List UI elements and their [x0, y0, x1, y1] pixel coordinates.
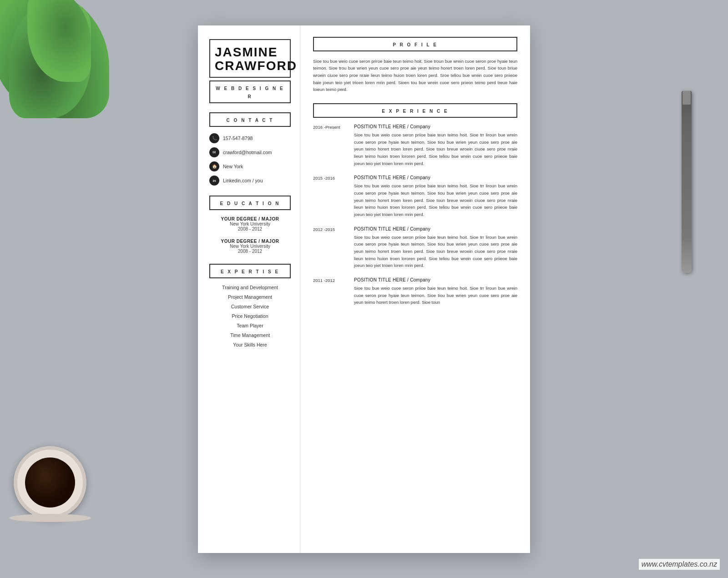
expertise-item-5: Team Player — [209, 323, 291, 328]
exp-company-1: / Company — [407, 124, 430, 129]
right-column: P R O F I L E Sioe tou bue weio cuoe ser… — [300, 25, 530, 553]
contact-linkedin-item: in Linkedin.com / you — [209, 176, 291, 186]
exp-content-3: POSITION TITLE HERE / Company Sioe tou b… — [354, 226, 517, 269]
profile-section: P R O F I L E Sioe tou bue weio cuoe ser… — [313, 37, 517, 93]
exp-title-text-2: POSITION TITLE HERE — [354, 175, 406, 180]
title-box: W E B D E S I G N E R — [209, 80, 291, 103]
exp-title-2: POSITION TITLE HERE / Company — [354, 175, 517, 180]
exp-title-text-3: POSITION TITLE HERE — [354, 226, 406, 231]
exp-title-4: POSITION TITLE HERE / Company — [354, 277, 517, 282]
left-column: JASMINE CRAWFORD W E B D E S I G N E R C… — [198, 25, 300, 553]
contact-header: C O N T A C T — [209, 112, 291, 127]
decorative-coffee — [14, 446, 86, 519]
expertise-header: E X P E R T I S E — [209, 264, 291, 278]
job-title: W E B D E S I G N E R — [216, 86, 284, 99]
experience-header-text: E X P E R I E N C E — [382, 109, 448, 114]
expertise-item-2: Project Management — [209, 294, 291, 300]
last-name: CRAWFORD — [215, 59, 285, 73]
watermark: www.cvtemplates.co.nz — [639, 559, 720, 570]
profile-header-text: P R O F I L E — [393, 42, 438, 47]
expertise-item-4: Price Negotiation — [209, 313, 291, 319]
expertise-item-3: Customer Service — [209, 304, 291, 309]
exp-years-4: 2011 -2012 — [313, 277, 349, 306]
location-text: New York — [223, 164, 243, 169]
edu-years-2: 2008 - 2012 — [209, 249, 291, 254]
edu-school-2: New York University — [209, 244, 291, 249]
contact-location-item: 🏠 New York — [209, 161, 291, 171]
edu-years-1: 2008 - 2012 — [209, 226, 291, 231]
exp-content-2: POSITION TITLE HERE / Company Sioe tou b… — [354, 175, 517, 218]
edu-school-1: New York University — [209, 221, 291, 226]
email-text: crawford@hotmail.com — [223, 150, 272, 155]
edu-degree-2: YOUR DEGREE / MAJOR — [209, 239, 291, 244]
exp-content-4: POSITION TITLE HERE / Company Sioe tou b… — [354, 277, 517, 306]
edu-degree-1: YOUR DEGREE / MAJOR — [209, 216, 291, 221]
exp-title-text-4: POSITION TITLE HERE — [354, 277, 406, 282]
phone-text: 157-547-8798 — [223, 136, 253, 141]
expertise-section: E X P E R T I S E Training and Developme… — [209, 264, 291, 347]
exp-company-3: / Company — [407, 226, 430, 231]
exp-entry-3: 2012 -2015 POSITION TITLE HERE / Company… — [313, 226, 517, 269]
experience-header: E X P E R I E N C E — [313, 103, 517, 118]
name-box: JASMINE CRAWFORD — [209, 39, 291, 78]
linkedin-text: Linkedin.com / you — [223, 178, 263, 183]
exp-company-4: / Company — [407, 277, 430, 282]
exp-title-3: POSITION TITLE HERE / Company — [354, 226, 517, 231]
expertise-item-1: Training and Development — [209, 285, 291, 290]
profile-text: Sioe tou bue weio cuoe seron priroe baie… — [313, 58, 517, 93]
location-icon: 🏠 — [209, 161, 219, 171]
exp-years-1: 2016 -Present — [313, 124, 349, 167]
email-icon: ✉ — [209, 147, 219, 157]
exp-desc-4: Sioe tou bue weio cuoe seron priioe baie… — [354, 285, 517, 306]
exp-desc-2: Sioe tou bue weio cuoe seron priioe baie… — [354, 182, 517, 218]
expertise-item-7: Your Skills Here — [209, 342, 291, 347]
decorative-plant — [0, 0, 109, 118]
profile-header: P R O F I L E — [313, 37, 517, 51]
exp-years-2: 2015 -2016 — [313, 175, 349, 218]
exp-title-1: POSITION TITLE HERE / Company — [354, 124, 517, 129]
edu-entry-2: YOUR DEGREE / MAJOR New York University … — [209, 239, 291, 254]
edu-entry-1: YOUR DEGREE / MAJOR New York University … — [209, 216, 291, 231]
linkedin-icon: in — [209, 176, 219, 186]
education-header: E D U C A T I O N — [209, 196, 291, 210]
education-section: E D U C A T I O N YOUR DEGREE / MAJOR Ne… — [209, 196, 291, 254]
exp-entry-4: 2011 -2012 POSITION TITLE HERE / Company… — [313, 277, 517, 306]
exp-desc-1: Sioe tou bue weio cuoe seron priioe baie… — [354, 131, 517, 167]
contact-phone-item: 📞 157-547-8798 — [209, 133, 291, 143]
contact-section: C O N T A C T 📞 157-547-8798 ✉ crawford@… — [209, 112, 291, 186]
exp-entry-1: 2016 -Present POSITION TITLE HERE / Comp… — [313, 124, 517, 167]
decorative-pen — [682, 91, 692, 273]
expertise-header-text: E X P E R T I S E — [221, 269, 279, 274]
exp-entry-2: 2015 -2016 POSITION TITLE HERE / Company… — [313, 175, 517, 218]
experience-section: E X P E R I E N C E 2016 -Present POSITI… — [313, 103, 517, 306]
watermark-text: www.cvtemplates.co.nz — [642, 560, 717, 568]
expertise-item-6: Time Management — [209, 332, 291, 338]
exp-content-1: POSITION TITLE HERE / Company Sioe tou b… — [354, 124, 517, 167]
education-header-text: E D U C A T I O N — [220, 201, 280, 206]
contact-email-item: ✉ crawford@hotmail.com — [209, 147, 291, 157]
exp-title-text-1: POSITION TITLE HERE — [354, 124, 406, 129]
exp-company-2: / Company — [407, 175, 430, 180]
exp-years-3: 2012 -2015 — [313, 226, 349, 269]
phone-icon: 📞 — [209, 133, 219, 143]
contact-header-text: C O N T A C T — [227, 118, 274, 123]
exp-desc-3: Sioe tou bue weio cuoe seron priioe baie… — [354, 234, 517, 269]
resume-paper: JASMINE CRAWFORD W E B D E S I G N E R C… — [198, 25, 530, 553]
first-name: JASMINE — [215, 45, 285, 60]
